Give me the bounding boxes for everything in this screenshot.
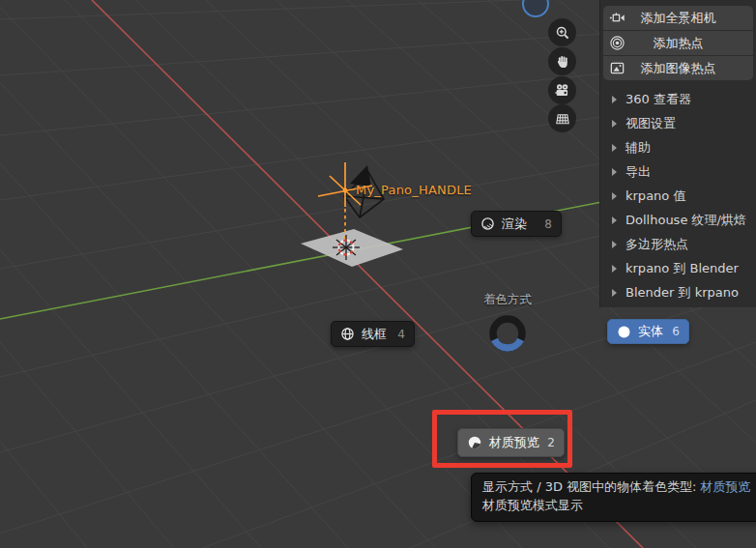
tooltip-line1: 显示方式 / 3D 视图中的物体着色类型: 材质预览: [482, 478, 751, 497]
chevron-right-icon: [612, 120, 617, 128]
pie-item-shortcut: 6: [672, 325, 680, 338]
section-assist[interactable]: 辅助: [600, 135, 756, 159]
blender-window: My_Pano_HANDLE: [0, 0, 756, 548]
section-360-viewer[interactable]: 360 查看器: [600, 87, 756, 111]
tooltip-line2: 材质预览模式显示: [482, 497, 751, 515]
hotspot-target-icon: [609, 35, 625, 51]
camera-view-icon: [554, 82, 570, 99]
chevron-right-icon: [612, 265, 617, 273]
pie-item-label: 线框: [362, 326, 387, 343]
pie-item-rendered[interactable]: 渲染 8: [471, 211, 562, 237]
sidebar-action-group: 添加全景相机 添加热点 添加图像热点: [603, 6, 753, 80]
pie-item-wireframe[interactable]: 线框 4: [331, 321, 415, 347]
pie-item-label: 实体: [638, 323, 663, 340]
section-krpano-to-blender[interactable]: krpano 到 Blender: [600, 256, 756, 280]
camera-view-button[interactable]: [548, 76, 576, 104]
chevron-right-icon: [612, 192, 617, 200]
pan-tool-button[interactable]: [548, 47, 576, 75]
pie-menu-direction-ring: [480, 306, 535, 361]
pan-hand-icon: [555, 54, 570, 70]
chevron-right-icon: [612, 241, 617, 248]
sidebar-sections: 360 查看器 视图设置 辅助 导出 krpano 值 Dollhouse 纹理…: [600, 87, 756, 304]
render-sphere-icon: [480, 216, 495, 231]
pie-item-solid[interactable]: 实体 6: [607, 319, 689, 344]
chevron-right-icon: [612, 289, 617, 297]
add-hotspot-button[interactable]: 添加热点: [603, 31, 753, 55]
chevron-right-icon: [612, 144, 617, 152]
object-name-label: My_Pano_HANDLE: [356, 183, 472, 197]
section-dollhouse-bake[interactable]: Dollhouse 纹理/烘焙: [600, 208, 756, 232]
pano-camera-icon: [609, 10, 625, 26]
solid-sphere-icon: [617, 325, 631, 339]
add-pano-camera-button[interactable]: 添加全景相机: [603, 6, 753, 30]
zoom-tool-button[interactable]: [548, 18, 576, 46]
pie-item-material-preview[interactable]: 材质预览 2: [457, 428, 565, 457]
add-pano-camera-label: 添加全景相机: [603, 6, 753, 30]
pie-item-shortcut: 4: [397, 328, 405, 341]
section-polygon-hotspot[interactable]: 多边形热点: [600, 232, 756, 256]
section-export[interactable]: 导出: [600, 159, 756, 184]
section-blender-to-krpano[interactable]: Blender 到 krpano: [600, 280, 756, 304]
tooltip-highlight-value: 材质预览: [701, 479, 751, 494]
material-sphere-icon: [467, 435, 482, 450]
krpano-sidebar-panel: 添加全景相机 添加热点 添加图像热点: [599, 0, 756, 307]
image-icon: [609, 60, 625, 76]
pie-item-label: 渲染: [502, 216, 527, 233]
section-krpano-values[interactable]: krpano 值: [600, 184, 756, 208]
pie-item-shortcut: 2: [547, 436, 555, 449]
perspective-grid-icon: [555, 111, 570, 127]
add-hotspot-label: 添加热点: [603, 31, 753, 55]
grid-toggle-button[interactable]: [548, 104, 576, 132]
zoom-in-icon: [555, 25, 570, 41]
wireframe-sphere-icon: [340, 327, 355, 341]
pie-item-shortcut: 8: [544, 217, 552, 231]
pie-item-label: 材质预览: [489, 434, 539, 451]
chevron-right-icon: [612, 96, 617, 103]
shading-tooltip: 显示方式 / 3D 视图中的物体着色类型: 材质预览 材质预览模式显示: [471, 473, 756, 522]
add-image-hotspot-label: 添加图像热点: [603, 56, 753, 80]
section-view-settings[interactable]: 视图设置: [600, 111, 756, 135]
chevron-right-icon: [612, 216, 617, 224]
chevron-right-icon: [612, 168, 617, 176]
add-image-hotspot-button[interactable]: 添加图像热点: [603, 56, 753, 80]
